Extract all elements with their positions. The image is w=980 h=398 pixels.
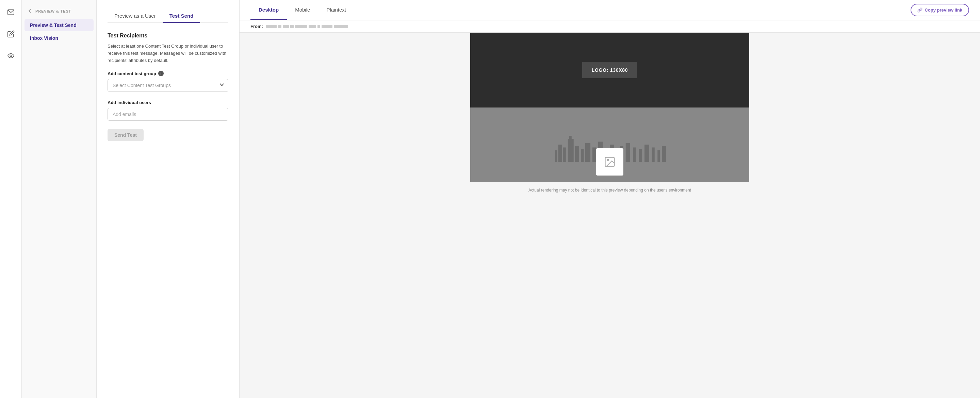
redacted-2	[278, 25, 282, 28]
svg-rect-19	[644, 145, 649, 162]
svg-rect-2	[555, 150, 557, 162]
svg-rect-21	[657, 150, 660, 162]
svg-point-24	[608, 159, 609, 161]
test-recipients-title: Test Recipients	[108, 33, 228, 39]
preview-tabs: Desktop Mobile Plaintext	[250, 0, 354, 20]
tab-mobile[interactable]: Mobile	[287, 0, 318, 20]
svg-point-1	[10, 55, 12, 57]
svg-rect-4	[563, 148, 566, 162]
left-nav-header: Preview & Test	[22, 5, 96, 18]
redacted-5	[295, 25, 307, 28]
svg-rect-16	[626, 143, 630, 162]
redacted-7	[318, 25, 320, 28]
form-tabs: Preview as a User Test Send	[108, 10, 228, 23]
form-panel: Preview as a User Test Send Test Recipie…	[97, 0, 240, 398]
redacted-1	[266, 25, 277, 28]
content-test-group-select[interactable]: Select Content Test Groups	[108, 79, 228, 92]
email-header-dark: LOGO: 130X80	[470, 33, 749, 108]
svg-rect-5	[568, 139, 574, 162]
svg-rect-8	[581, 149, 584, 162]
info-icon[interactable]: i	[158, 71, 164, 76]
sidebar-item-preview-test-send[interactable]: Preview & Test Send	[24, 19, 94, 31]
redacted-6	[309, 25, 316, 28]
send-test-button[interactable]: Send Test	[108, 129, 143, 141]
content-test-group-wrapper: Select Content Test Groups	[108, 79, 228, 92]
image-placeholder	[596, 148, 624, 175]
redacted-4	[290, 25, 294, 28]
tab-test-send[interactable]: Test Send	[163, 10, 200, 23]
copy-preview-link-button[interactable]: Copy preview link	[911, 4, 969, 16]
icon-sidebar	[0, 0, 22, 398]
svg-rect-6	[569, 136, 572, 140]
compose-nav-icon[interactable]	[4, 27, 18, 41]
preview-footer-note: Actual rendering may not be identical to…	[517, 182, 702, 198]
back-arrow-icon[interactable]	[27, 8, 33, 14]
email-preview-frame: LOGO: 130X80	[470, 33, 749, 182]
image-icon	[604, 156, 616, 168]
svg-rect-7	[575, 146, 579, 162]
svg-rect-17	[633, 148, 636, 162]
tab-plaintext[interactable]: Plaintext	[318, 0, 354, 20]
tab-desktop[interactable]: Desktop	[250, 0, 287, 20]
from-label: From:	[250, 24, 263, 29]
preview-header: Desktop Mobile Plaintext Copy preview li…	[240, 0, 980, 21]
tab-preview-as-user[interactable]: Preview as a User	[108, 10, 163, 23]
svg-rect-20	[652, 148, 655, 162]
preview-panel: Desktop Mobile Plaintext Copy preview li…	[240, 0, 980, 398]
email-nav-icon[interactable]	[4, 5, 18, 19]
left-nav-panel: Preview & Test Preview & Test Send Inbox…	[22, 0, 97, 398]
svg-rect-9	[585, 143, 590, 162]
svg-rect-18	[639, 149, 642, 162]
link-icon	[917, 8, 923, 13]
redacted-3	[283, 25, 289, 28]
preview-from-bar: From:	[240, 21, 980, 33]
from-value	[266, 25, 348, 28]
individual-users-input[interactable]	[108, 108, 228, 121]
redacted-9	[334, 25, 348, 28]
test-recipients-desc: Select at least one Content Test Group o…	[108, 43, 228, 64]
individual-users-label: Add individual users	[108, 100, 228, 105]
email-body-gray	[470, 108, 749, 182]
sidebar-item-inbox-vision[interactable]: Inbox Vision	[24, 32, 94, 44]
svg-rect-22	[662, 146, 666, 162]
content-test-group-label: Add content test group i	[108, 71, 228, 76]
svg-rect-3	[558, 145, 562, 162]
logo-placeholder: LOGO: 130X80	[582, 62, 637, 78]
svg-rect-10	[592, 148, 596, 162]
redacted-8	[321, 25, 332, 28]
preview-nav-icon[interactable]	[4, 49, 18, 62]
preview-content: LOGO: 130X80	[240, 33, 980, 398]
main-content: Preview as a User Test Send Test Recipie…	[97, 0, 980, 398]
